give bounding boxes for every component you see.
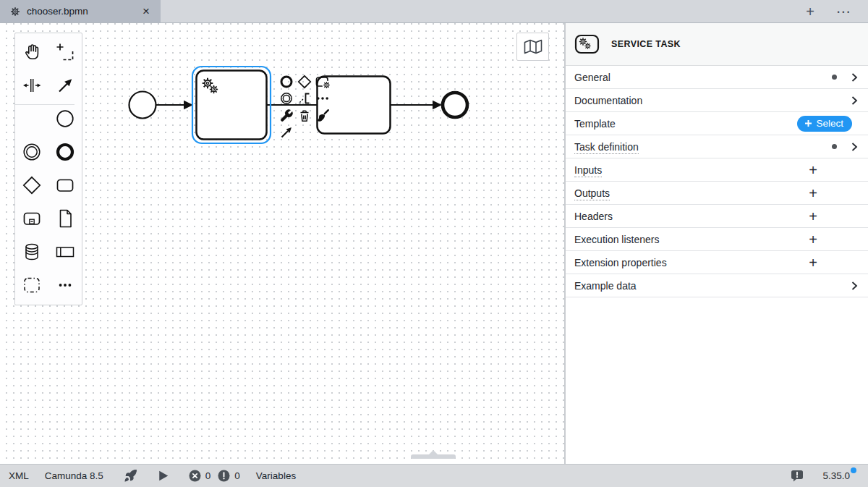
bpmn-gear-icon — [10, 7, 20, 17]
group-general[interactable]: General — [566, 66, 868, 89]
chevron-right-icon — [851, 281, 858, 291]
bottom-panel-resize-handle[interactable] — [411, 454, 456, 459]
status-bar: XML Camunda 8.5 0 0 — [0, 464, 868, 487]
chevron-right-icon — [851, 96, 858, 106]
tab-title: chooser.bpmn — [27, 6, 134, 17]
warnings-status[interactable]: 0 — [218, 470, 240, 482]
plus-icon — [804, 119, 812, 127]
warning-icon — [218, 470, 230, 482]
add-output-button[interactable]: + — [809, 186, 817, 200]
error-icon — [189, 470, 201, 482]
delete-trash-icon[interactable] — [295, 107, 313, 124]
error-count: 0 — [205, 470, 211, 481]
app-version[interactable]: 5.35.0 — [822, 470, 855, 481]
engine-version-button[interactable]: Camunda 8.5 — [45, 470, 103, 481]
palette — [14, 33, 82, 305]
new-tab-button[interactable]: + — [806, 4, 814, 19]
append-text-annotation-icon[interactable] — [295, 90, 313, 108]
append-intermediate-event-icon[interactable] — [277, 90, 295, 108]
append-task-icon[interactable] — [313, 73, 331, 90]
play-icon — [158, 470, 169, 482]
sequence-flow-1[interactable] — [156, 101, 193, 109]
create-end-event-icon[interactable] — [48, 135, 82, 169]
space-tool-icon[interactable] — [15, 69, 48, 102]
create-subprocess-icon[interactable] — [15, 202, 48, 235]
camunda-modeler-window: chooser.bpmn × + ⋯ — [0, 0, 868, 487]
set-color-brush-icon[interactable] — [313, 107, 331, 124]
create-gateway-icon[interactable] — [15, 169, 48, 202]
end-event-shape[interactable] — [443, 93, 467, 117]
select-template-button[interactable]: Select — [797, 116, 852, 132]
selected-element-title: SERVICE TASK — [611, 39, 681, 49]
add-header-button[interactable]: + — [809, 209, 817, 224]
group-template[interactable]: Template Select — [566, 112, 868, 135]
chevron-right-icon — [851, 72, 858, 82]
tab-bar: chooser.bpmn × + ⋯ — [0, 0, 868, 23]
errors-status[interactable]: 0 — [189, 470, 211, 482]
create-group-icon[interactable] — [15, 268, 48, 302]
create-participant-icon[interactable] — [48, 235, 82, 268]
context-pad — [277, 73, 331, 141]
more-append-options-icon[interactable] — [313, 90, 331, 108]
create-data-store-icon[interactable] — [15, 235, 48, 268]
xml-toggle-button[interactable]: XML — [9, 470, 29, 481]
map-icon — [524, 39, 542, 54]
properties-panel-header: SERVICE TASK — [566, 23, 868, 66]
start-instance-button[interactable] — [158, 470, 169, 482]
configured-dot-indicator — [832, 75, 837, 80]
group-task-definition[interactable]: Task definition — [566, 135, 868, 158]
create-data-object-icon[interactable] — [48, 202, 82, 235]
properties-panel: SERVICE TASK General Documentation Templ… — [565, 23, 868, 464]
create-task-icon[interactable] — [48, 169, 82, 202]
create-intermediate-event-icon[interactable] — [15, 135, 48, 169]
start-event-shape[interactable] — [129, 92, 156, 119]
configured-dot-indicator — [832, 144, 837, 149]
add-execution-listener-button[interactable]: + — [809, 232, 817, 247]
update-available-dot — [851, 467, 856, 473]
deploy-button[interactable] — [124, 469, 137, 483]
rocket-icon — [124, 469, 137, 483]
add-extension-property-button[interactable]: + — [809, 255, 817, 270]
tab-chooser-bpmn[interactable]: chooser.bpmn × — [0, 0, 161, 22]
hand-tool-icon[interactable] — [15, 35, 48, 69]
group-extension-properties[interactable]: Extension properties + — [566, 251, 868, 274]
group-documentation[interactable]: Documentation — [566, 89, 868, 112]
group-execution-listeners[interactable]: Execution listeners + — [566, 228, 868, 251]
global-connect-tool-icon[interactable] — [48, 69, 82, 102]
group-example-data[interactable]: Example data — [566, 274, 868, 297]
change-element-wrench-icon[interactable] — [277, 107, 295, 124]
lasso-tool-icon[interactable] — [48, 35, 82, 69]
expand-caret-icon — [428, 450, 438, 455]
feedback-icon — [791, 470, 804, 482]
variables-button[interactable]: Variables — [256, 470, 296, 481]
append-end-event-icon[interactable] — [277, 73, 295, 90]
create-start-event-icon[interactable] — [48, 102, 82, 135]
sequence-flow-3[interactable] — [391, 101, 442, 109]
add-input-button[interactable]: + — [809, 163, 817, 177]
report-issue-button[interactable] — [791, 470, 804, 482]
chevron-right-icon — [851, 142, 858, 152]
connect-icon[interactable] — [277, 124, 295, 142]
append-gateway-icon[interactable] — [295, 73, 313, 90]
minimap-toggle-button[interactable] — [516, 33, 549, 61]
group-inputs[interactable]: Inputs + — [566, 158, 868, 182]
warning-count: 0 — [234, 470, 240, 481]
more-entries-icon[interactable] — [48, 268, 82, 302]
group-outputs[interactable]: Outputs + — [566, 182, 868, 205]
close-tab-icon[interactable]: × — [140, 5, 152, 17]
group-headers[interactable]: Headers + — [566, 205, 868, 228]
service-task-icon — [574, 34, 600, 55]
tab-overflow-button[interactable]: ⋯ — [836, 4, 851, 19]
